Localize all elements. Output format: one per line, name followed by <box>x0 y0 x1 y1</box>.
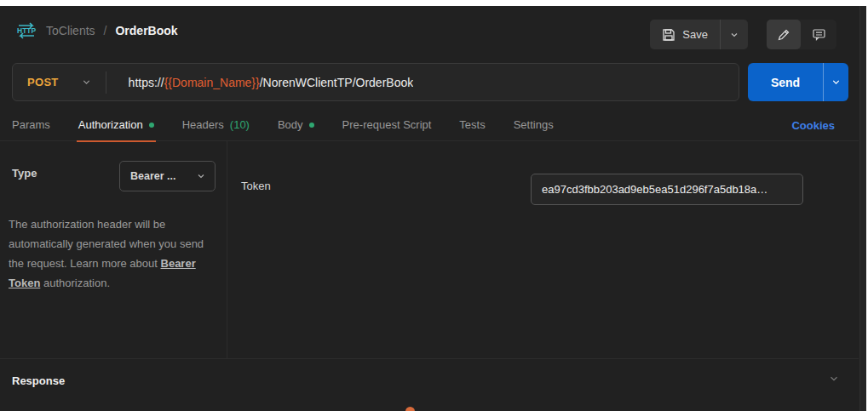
tab-pre-request-script[interactable]: Pre-request Script <box>342 109 432 141</box>
tab-params[interactable]: Params <box>12 109 50 141</box>
url-path: /NorenWClientTP/OrderBook <box>260 76 414 89</box>
tab-headers[interactable]: Headers (10) <box>182 109 250 141</box>
tab-authorization[interactable]: Authorization <box>78 109 154 141</box>
send-button[interactable]: Send <box>748 63 823 101</box>
header-actions: Save <box>650 20 836 49</box>
modified-dot <box>149 123 154 128</box>
headers-count: (10) <box>230 118 250 131</box>
save-options-button[interactable] <box>720 20 748 49</box>
tab-settings[interactable]: Settings <box>514 109 554 141</box>
tab-label: Settings <box>514 118 554 131</box>
tab-body[interactable]: Body <box>278 109 314 141</box>
auth-description-text: authorization. <box>40 277 110 289</box>
send-options-button[interactable] <box>823 63 848 101</box>
tab-label: Authorization <box>78 118 143 131</box>
breadcrumb-collection[interactable]: ToClients <box>46 24 95 37</box>
save-button-group: Save <box>650 20 748 49</box>
auth-type-select[interactable]: Bearer ... <box>119 161 216 191</box>
method-label: POST <box>27 76 59 88</box>
request-bar: POST https://{{Domain_Name}}/NorenWClien… <box>0 55 859 109</box>
method-selector[interactable]: POST <box>13 76 106 88</box>
token-input[interactable]: ea97cd3fbb203ad9eb5ea51d296f7a5db18a… <box>531 174 803 205</box>
url-box: POST https://{{Domain_Name}}/NorenWClien… <box>12 63 739 101</box>
cookies-link[interactable]: Cookies <box>791 109 835 141</box>
comment-icon <box>812 27 826 42</box>
send-button-group: Send <box>748 63 848 101</box>
right-sidebar-rail[interactable] <box>859 6 866 411</box>
url-prefix: https:// <box>129 76 164 89</box>
token-value: ea97cd3fbb203ad9eb5ea51d296f7a5db18a… <box>542 183 767 196</box>
auth-type-label: Type <box>12 167 37 180</box>
request-header: HTTP ToClients / OrderBook Save <box>0 6 859 55</box>
tab-label: Pre-request Script <box>342 118 432 131</box>
response-title: Response <box>12 374 65 387</box>
tab-tests[interactable]: Tests <box>459 109 485 141</box>
chevron-down-icon <box>831 77 842 88</box>
svg-text:HTTP: HTTP <box>17 26 37 35</box>
url-input[interactable]: https://{{Domain_Name}}/NorenWClientTP/O… <box>106 76 414 89</box>
chevron-down-icon <box>196 171 206 181</box>
breadcrumb-separator: / <box>104 24 107 37</box>
modified-dot <box>309 123 314 128</box>
loader-dot <box>405 407 415 411</box>
save-icon <box>662 28 675 42</box>
tab-label: Tests <box>459 118 485 131</box>
auth-type-column: Type Bearer ... The authorization header… <box>0 141 227 358</box>
edit-button[interactable] <box>767 20 801 49</box>
pencil-icon <box>777 28 790 42</box>
breadcrumb: HTTP ToClients / OrderBook <box>15 21 178 40</box>
tab-label: Params <box>12 118 50 131</box>
api-client-window: HTTP ToClients / OrderBook Save <box>0 6 866 411</box>
tab-label: Headers <box>182 118 224 131</box>
response-section: Response <box>0 358 859 411</box>
edit-comment-group <box>767 20 836 49</box>
tab-label: Body <box>278 118 303 131</box>
save-button[interactable]: Save <box>650 20 720 49</box>
auth-description: The authorization header will be automat… <box>9 214 221 293</box>
request-tabs: Params Authorization Headers (10) Body P… <box>0 109 859 141</box>
save-button-label: Save <box>682 28 708 41</box>
auth-type-value: Bearer ... <box>130 170 176 182</box>
chevron-down-icon <box>828 373 840 385</box>
comment-button[interactable] <box>801 20 836 49</box>
breadcrumb-request-name[interactable]: OrderBook <box>115 24 177 37</box>
http-request-icon: HTTP <box>15 21 37 40</box>
token-label: Token <box>241 180 271 192</box>
authorization-panel: Type Bearer ... The authorization header… <box>0 141 859 358</box>
url-variable: {{Domain_Name}} <box>164 76 260 89</box>
response-collapse-button[interactable] <box>828 373 840 385</box>
chevron-down-icon <box>81 77 92 88</box>
